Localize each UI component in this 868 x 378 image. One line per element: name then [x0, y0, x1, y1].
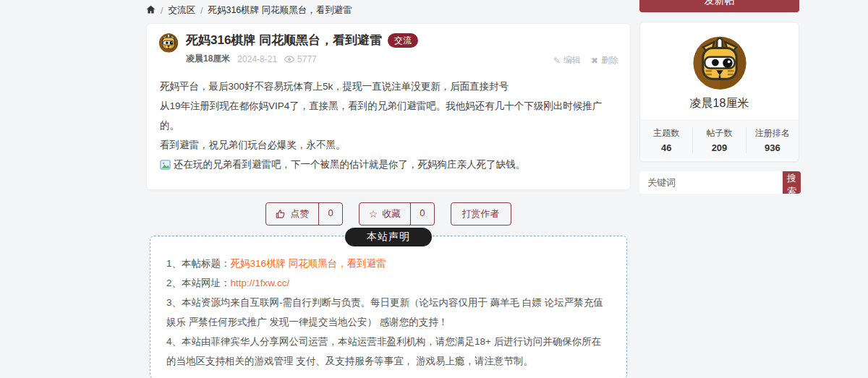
post-meta: 凌晨18厘米 2024-8-21 5777 — [186, 53, 418, 65]
breadcrumb: / 交流区 / 死妈316棋牌 同花顺黑台，看到避雷 — [146, 0, 631, 17]
post-header: 死妈316棋牌 同花顺黑台，看到避雷 交流 凌晨18厘米 2024-8-21 5… — [158, 33, 618, 66]
category-badge[interactable]: 交流 — [388, 33, 418, 48]
edit-button[interactable]: ✎编辑 — [553, 54, 581, 66]
breadcrumb-separator: / — [161, 6, 163, 16]
site-statement: 本站声明 1、本帖标题：死妈316棋牌 同花顺黑台，看到避雷 2、本站网址：ht… — [150, 236, 627, 378]
search-input[interactable] — [639, 171, 783, 194]
like-button[interactable]: 点赞 0 — [265, 202, 342, 225]
statement-item: 1、本帖标题：死妈316棋牌 同花顺黑台，看到避雷 — [166, 254, 610, 273]
user-card: 凌晨18厘米 主题数 46 帖子数 209 注册排名 936 — [639, 22, 799, 162]
view-count: 5777 — [284, 54, 317, 64]
eye-icon — [284, 56, 294, 63]
home-icon[interactable] — [146, 5, 156, 14]
post-date: 2024-8-21 — [237, 54, 277, 64]
post-card: 死妈316棋牌 同花顺黑台，看到避雷 交流 凌晨18厘米 2024-8-21 5… — [146, 23, 631, 190]
post-title: 死妈316棋牌 同花顺黑台，看到避雷 — [186, 33, 382, 48]
breadcrumb-separator: / — [200, 6, 203, 16]
reward-button[interactable]: 打赏作者 — [451, 202, 511, 225]
broken-image-icon — [160, 157, 171, 176]
user-name: 凌晨18厘米 — [640, 96, 799, 111]
statement-item: 2、本站网址：http://1fxw.cc/ — [166, 273, 610, 293]
delete-icon: ✖ — [591, 56, 598, 66]
edit-icon: ✎ — [553, 56, 561, 66]
post-body: 死妈平台，最后300好不容易玩体育上5k，提现一直说注单没更新，后面直接封号 从… — [158, 77, 618, 176]
statement-item: 4、本站由菲律宾华人分享网公司运营，本站运营非盈利机构，请您满足18+ 后进行访… — [166, 332, 610, 371]
favorite-button[interactable]: ☆收藏 0 — [359, 202, 435, 225]
statement-site-url-link[interactable]: http://1fxw.cc/ — [231, 278, 290, 288]
author-avatar-small[interactable] — [158, 33, 179, 53]
main-column: / 交流区 / 死妈316棋牌 同花顺黑台，看到避雷 — [146, 0, 631, 378]
post-paragraph: 看到避雷，祝兄弟们玩台必爆奖，永不黑。 — [160, 135, 618, 155]
page-layout: / 交流区 / 死妈316棋牌 同花顺黑台，看到避雷 — [146, 0, 799, 378]
search-bar: 搜索 — [639, 171, 799, 194]
post-tools: ✎编辑 ✖删除 — [553, 33, 618, 66]
statement-item: 3、本站资源均来自互联网-需自行判断与负责。每日更新（论坛内容仅用于 薅羊毛 白… — [166, 293, 610, 332]
breadcrumb-item-current: 死妈316棋牌 同花顺黑台，看到避雷 — [208, 4, 352, 17]
stat-topics: 主题数 46 — [640, 127, 692, 153]
user-stats: 主题数 46 帖子数 209 注册排名 936 — [640, 120, 799, 161]
new-post-button[interactable]: 发新帖 — [639, 0, 799, 12]
favorite-count: 0 — [410, 203, 433, 225]
breadcrumb-item-forum[interactable]: 交流区 — [168, 4, 195, 17]
post-actions: 点赞 0 ☆收藏 0 打赏作者 — [146, 202, 631, 225]
star-icon: ☆ — [369, 209, 378, 219]
sidebar: 发新帖 凌晨18厘米 — [639, 0, 799, 378]
stat-rank: 注册排名 936 — [746, 127, 799, 153]
user-avatar-large — [692, 34, 748, 90]
post-header-text: 死妈316棋牌 同花顺黑台，看到避雷 交流 凌晨18厘米 2024-8-21 5… — [186, 33, 418, 65]
post-paragraph: 还在玩的兄弟看到避雷吧，下一个被黑的估计就是你了，死妈狗庄亲人死了缺钱。 — [160, 155, 618, 176]
author-name[interactable]: 凌晨18厘米 — [186, 53, 230, 65]
thumbs-up-icon — [276, 209, 286, 219]
stat-posts: 帖子数 209 — [692, 127, 745, 153]
search-button[interactable]: 搜索 — [783, 171, 801, 194]
statement-post-title-link[interactable]: 死妈316棋牌 同花顺黑台，看到避雷 — [231, 258, 386, 269]
like-count: 0 — [318, 203, 341, 225]
post-paragraph: 从19年注册到现在都你妈VIP4了，直接黑，看到的兄弟们避雷吧。我他妈还有几十个… — [160, 96, 618, 135]
statement-badge: 本站声明 — [345, 228, 432, 246]
post-paragraph: 死妈平台，最后300好不容易玩体育上5k，提现一直说注单没更新，后面直接封号 — [160, 77, 618, 96]
delete-button[interactable]: ✖删除 — [591, 54, 618, 66]
